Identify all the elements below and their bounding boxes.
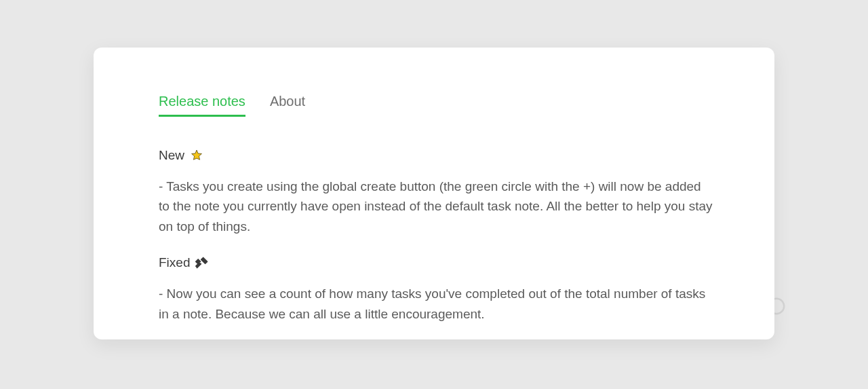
new-item-0: - Tasks you create using the global crea… bbox=[159, 177, 715, 236]
tab-release-notes[interactable]: Release notes bbox=[159, 94, 245, 117]
tools-icon bbox=[195, 256, 209, 270]
star-icon bbox=[190, 149, 203, 162]
content-area: Release notes About New - Tasks you crea… bbox=[94, 48, 774, 339]
section-fixed-title: Fixed bbox=[159, 255, 190, 270]
fixed-item-0: - Now you can see a count of how many ta… bbox=[159, 284, 715, 324]
section-fixed-header: Fixed bbox=[159, 255, 727, 270]
tab-bar: Release notes About bbox=[159, 94, 727, 117]
section-new-header: New bbox=[159, 148, 727, 163]
tab-about[interactable]: About bbox=[270, 94, 305, 117]
release-notes-card: Release notes About New - Tasks you crea… bbox=[94, 48, 774, 339]
section-new-title: New bbox=[159, 148, 184, 163]
